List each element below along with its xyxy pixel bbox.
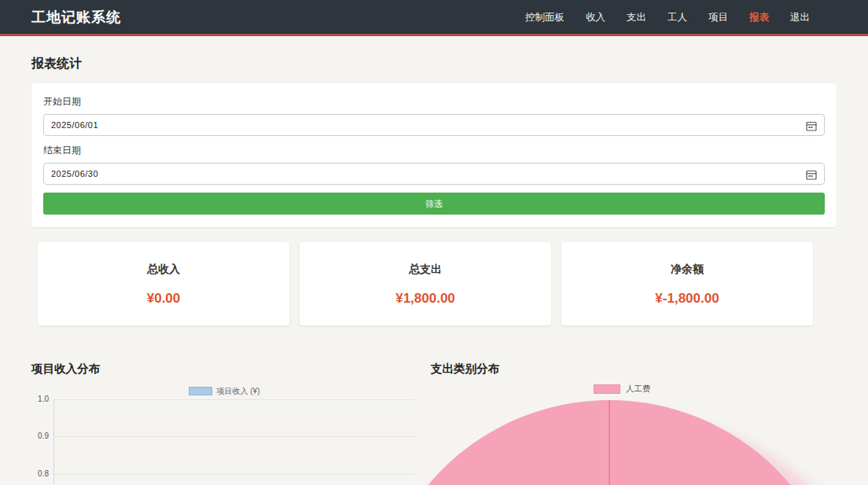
calendar-icon[interactable] [806,169,817,179]
nav-item-expense[interactable]: 支出 [627,12,646,23]
gridline [53,436,415,437]
summary-cards-row: 总收入 ¥0.00 总支出 ¥1,800.00 净余额 ¥-1,800.00 [38,242,813,325]
end-date-label: 结束日期 [43,144,825,157]
nav-item-reports[interactable]: 报表 [749,12,769,23]
total-expense-value: ¥1,800.00 [300,291,551,307]
net-balance-value: ¥-1,800.00 [561,291,813,307]
expense-chart-legend: 人工费 [594,384,651,395]
income-legend-label: 项目收入 (¥) [217,386,260,397]
end-date-value: 2025/06/30 [51,169,98,178]
date-filter-card: 开始日期 2025/06/01 结束日期 2025/06/30 [31,83,837,227]
main-content: 报表统计 开始日期 2025/06/01 结束日期 2025/06/30 [0,56,868,485]
start-date-input[interactable]: 2025/06/01 [43,114,825,136]
main-nav: 控制面板 收入 支出 工人 项目 报表 退出 [525,9,810,24]
gridline [53,474,415,475]
charts-row: 项目收入分布 项目收入 (¥) 1.0 0.9 0.8 支出类别分布 人工费 [31,362,837,485]
expense-chart-heading: 支出类别分布 [431,362,837,376]
start-date-label: 开始日期 [43,95,825,108]
nav-item-workers[interactable]: 工人 [668,12,687,23]
total-income-title: 总收入 [38,263,289,277]
y-axis-line [53,399,54,485]
total-income-value: ¥0.00 [38,291,289,307]
total-expense-title: 总支出 [300,263,551,277]
navbar: 工地记账系统 控制面板 收入 支出 工人 项目 报表 退出 [0,0,868,36]
expense-chart-section: 支出类别分布 人工费 [431,362,837,485]
filter-button[interactable]: 筛选 [43,193,825,215]
pie-slice-divider [609,400,610,485]
nav-links: 控制面板 收入 支出 工人 项目 报表 退出 [525,9,810,24]
expense-legend-label: 人工费 [626,384,651,395]
end-date-input[interactable]: 2025/06/30 [43,163,825,185]
net-balance-card: 净余额 ¥-1,800.00 [561,242,813,325]
nav-item-income[interactable]: 收入 [586,12,605,23]
start-date-value: 2025/06/01 [51,120,98,130]
y-tick-label: 1.0 [31,395,49,403]
nav-item-projects[interactable]: 项目 [708,12,728,23]
net-balance-title: 净余额 [561,263,813,277]
nav-item-dashboard[interactable]: 控制面板 [525,12,565,23]
total-income-card: 总收入 ¥0.00 [38,242,289,325]
calendar-icon[interactable] [806,120,817,130]
gridline [53,399,415,400]
income-chart-section: 项目收入分布 项目收入 (¥) 1.0 0.9 0.8 [31,362,417,485]
y-tick-label: 0.9 [31,432,49,440]
page-title: 报表统计 [31,56,837,72]
income-chart-heading: 项目收入分布 [31,362,417,376]
expense-legend-swatch-icon [594,384,620,394]
income-chart-legend: 项目收入 (¥) [31,386,417,396]
app-title: 工地记账系统 [31,8,121,27]
y-tick-label: 0.8 [31,469,49,478]
nav-item-logout[interactable]: 退出 [790,12,810,23]
income-bar-chart-canvas: 1.0 0.9 0.8 [31,396,417,485]
total-expense-card: 总支出 ¥1,800.00 [300,242,551,325]
income-legend-swatch-icon [189,387,212,395]
